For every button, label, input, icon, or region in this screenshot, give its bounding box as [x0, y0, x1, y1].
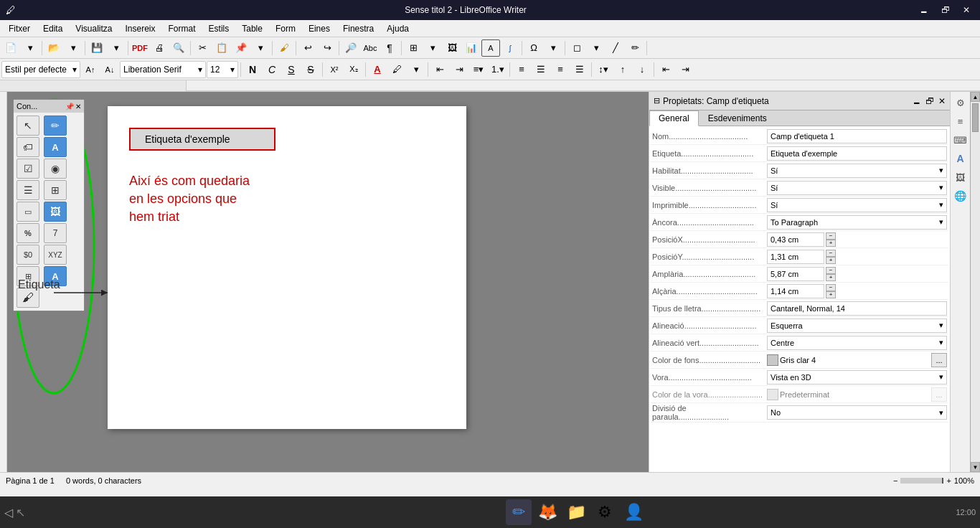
subscript-button[interactable]: X₂: [344, 61, 363, 78]
open-button[interactable]: 📂: [44, 39, 63, 57]
menu-ajuda[interactable]: Ajuda: [381, 22, 415, 35]
props-window-controls[interactable]: 🗕 🗗 ✕: [913, 96, 946, 106]
align-center[interactable]: ☰: [532, 61, 550, 78]
list-indent[interactable]: ⇥: [450, 61, 468, 78]
format-paint[interactable]: 🖌: [275, 39, 293, 57]
indent-left[interactable]: ⇤: [656, 61, 675, 78]
special-dropdown[interactable]: ▾: [544, 39, 562, 57]
controls-close[interactable]: ✕: [75, 103, 81, 110]
save-button[interactable]: 💾: [88, 39, 106, 57]
scroll-down-button[interactable]: ▼: [971, 462, 980, 472]
open-dropdown[interactable]: ▾: [64, 39, 83, 57]
image-tool[interactable]: 🖼: [44, 202, 67, 222]
menu-finestra[interactable]: Finestra: [337, 22, 380, 35]
edit-label-tool[interactable]: ✏: [44, 116, 67, 136]
combo-tool[interactable]: ▭: [17, 202, 39, 222]
new-dropdown[interactable]: ▾: [21, 39, 39, 57]
textbox-button[interactable]: A: [481, 39, 500, 57]
currency-tool[interactable]: $0: [17, 245, 39, 265]
taskbar-writer-icon[interactable]: ✏: [506, 499, 532, 525]
style-btn1[interactable]: A↑: [81, 61, 100, 78]
date-tool[interactable]: 7: [44, 223, 67, 243]
align-right[interactable]: ≡: [551, 61, 570, 78]
taskbar-user-icon[interactable]: 👤: [621, 499, 646, 525]
alcaria-minus[interactable]: −: [826, 284, 836, 291]
save-dropdown[interactable]: ▾: [107, 39, 126, 57]
titlebar-controls[interactable]: 🗕 🗗 ✕: [915, 4, 974, 16]
preview-button[interactable]: 🔍: [169, 39, 188, 57]
list-outdent[interactable]: ⇤: [430, 61, 449, 78]
highlight-dropdown[interactable]: ▾: [407, 61, 425, 78]
menu-visualitza[interactable]: Visualitza: [70, 22, 118, 35]
props-minimize[interactable]: 🗕: [913, 96, 921, 106]
align-justify[interactable]: ☰: [570, 61, 589, 78]
style-dropdown[interactable]: Estil per defecte ▾: [1, 61, 80, 78]
zoom-in-button[interactable]: +: [946, 476, 951, 485]
posicioy-plus[interactable]: +: [826, 257, 836, 264]
taskbar-back[interactable]: ◁: [4, 506, 13, 519]
highlight-button[interactable]: 🖊: [387, 61, 406, 78]
table-button[interactable]: ⊞: [404, 39, 423, 57]
menu-edita[interactable]: Edita: [37, 22, 68, 35]
posicioy-minus[interactable]: −: [826, 250, 836, 257]
prop-select-alineacio[interactable]: Esquerra▾: [767, 319, 947, 333]
menu-eines[interactable]: Eines: [303, 22, 336, 35]
color-more-button[interactable]: ...: [931, 353, 947, 367]
sidebar-globe-icon[interactable]: 🌐: [953, 188, 969, 204]
menu-fitxer[interactable]: Fitxer: [3, 22, 36, 35]
sidebar-styles-icon[interactable]: ≡: [953, 113, 969, 129]
prop-select-imprimible[interactable]: Sí▾: [767, 198, 947, 212]
menu-form[interactable]: Form: [270, 22, 301, 35]
size-dropdown[interactable]: 12 ▾: [207, 61, 238, 78]
new-button[interactable]: 📄: [1, 39, 20, 57]
paste-button[interactable]: 📌: [232, 39, 250, 57]
taskbar-firefox-icon[interactable]: 🦊: [534, 499, 560, 525]
strike-button[interactable]: S: [301, 61, 320, 78]
taskbar-settings-icon[interactable]: ⚙: [592, 499, 618, 525]
spinbox-tool[interactable]: %: [17, 223, 39, 243]
scroll-up-button[interactable]: ▲: [971, 92, 980, 102]
tab-general[interactable]: General: [649, 110, 699, 126]
prop-select-visible[interactable]: Sí▾: [767, 181, 947, 195]
superscript-button[interactable]: X²: [325, 61, 344, 78]
props-restore[interactable]: 🗗: [925, 96, 934, 106]
tab-esdeveniments[interactable]: Esdeveniments: [699, 110, 776, 126]
sidebar-text-icon[interactable]: A: [953, 151, 969, 166]
maximize-button[interactable]: 🗗: [937, 4, 954, 16]
posicioy-input[interactable]: [767, 250, 824, 264]
controls-header[interactable]: Con... 📌 ✕: [14, 100, 84, 113]
print-button[interactable]: 🖨: [150, 39, 169, 57]
zoom-out-button[interactable]: −: [893, 476, 897, 485]
undo-button[interactable]: ↩: [298, 39, 317, 57]
find-all[interactable]: Abc: [361, 39, 380, 57]
shapes-button[interactable]: ◻: [567, 39, 586, 57]
align-left[interactable]: ≡: [512, 61, 531, 78]
posiciox-plus[interactable]: +: [826, 240, 836, 247]
alcaria-plus[interactable]: +: [826, 291, 836, 298]
underline-button[interactable]: S: [282, 61, 301, 78]
menu-insereix[interactable]: Insereix: [120, 22, 161, 35]
pdf-button[interactable]: PDF: [131, 39, 149, 57]
checkbox-tool[interactable]: ☑: [17, 159, 39, 179]
props-close[interactable]: ✕: [938, 96, 946, 106]
table-dropdown[interactable]: ▾: [423, 39, 442, 57]
color-vora-more-button[interactable]: ...: [931, 387, 947, 402]
prop-select-divisio[interactable]: No▾: [767, 405, 947, 420]
amplaria-input[interactable]: [767, 267, 824, 281]
pilcrow-button[interactable]: ¶: [380, 39, 399, 57]
sidebar-format-icon[interactable]: ⌨: [953, 132, 969, 148]
list-dropdown[interactable]: ≡▾: [469, 61, 488, 78]
grid-tool[interactable]: ⊞: [44, 180, 67, 200]
image-button[interactable]: 🖼: [443, 39, 461, 57]
sidebar-gear-icon[interactable]: ⚙: [953, 95, 969, 110]
para-spacing-up[interactable]: ↑: [613, 61, 632, 78]
vscrollbar[interactable]: ▲ ▼: [970, 92, 980, 472]
linespacing-dropdown[interactable]: ↕▾: [594, 61, 613, 78]
menu-table[interactable]: Table: [236, 22, 268, 35]
posiciox-input[interactable]: [767, 232, 824, 247]
prop-select-alineacio-vert[interactable]: Centre▾: [767, 336, 947, 350]
formula-button[interactable]: ∫: [501, 39, 519, 57]
sidebar-image-icon[interactable]: 🖼: [953, 169, 969, 185]
italic-button[interactable]: C: [263, 61, 281, 78]
minimize-button[interactable]: 🗕: [915, 4, 933, 16]
